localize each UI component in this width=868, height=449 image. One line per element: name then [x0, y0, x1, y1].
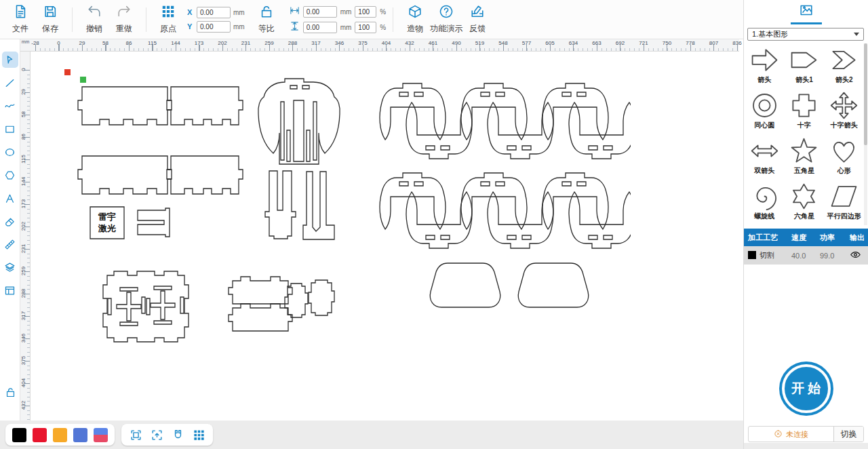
eraser-tool[interactable]	[2, 213, 18, 229]
ellipse-tool[interactable]	[2, 144, 18, 160]
height-input[interactable]	[303, 22, 337, 33]
shape-item-0[interactable]: 箭头	[745, 43, 785, 87]
artboard-tool[interactable]	[2, 282, 18, 298]
h-ruler-label: 750	[663, 40, 671, 46]
design-canvas[interactable]: 雷宇激光	[31, 52, 739, 421]
shape-label: 六角星	[794, 212, 814, 221]
eye-icon[interactable]	[850, 249, 868, 262]
width-percent-input[interactable]	[355, 6, 376, 18]
h-ruler-label: 346	[335, 40, 344, 46]
toolbar-divider	[146, 7, 146, 32]
bottom-bar	[0, 421, 743, 449]
h-ruler-label: 432	[405, 40, 414, 46]
shape-item-10[interactable]: 六角星	[785, 180, 825, 223]
col-output: 输出	[850, 233, 868, 243]
redo-icon	[117, 4, 132, 22]
y-input[interactable]	[197, 21, 231, 33]
shape-item-7[interactable]: 五角星	[785, 134, 825, 178]
top-toolbar: 文件 保存 撤销 重做 原点 X mm Y	[0, 0, 743, 39]
layers-tool[interactable]	[2, 259, 18, 275]
tab-gallery[interactable]	[744, 3, 868, 24]
measure-tool[interactable]	[2, 236, 18, 252]
feedback-button[interactable]: 反馈	[462, 2, 492, 37]
save-icon	[43, 4, 58, 22]
switch-device-button[interactable]: 切换	[833, 427, 863, 442]
width-icon	[290, 5, 300, 18]
snap-magnet-icon[interactable]	[170, 427, 185, 442]
proportional-label: 等比	[258, 23, 275, 35]
v-ruler-label: 29	[20, 87, 26, 98]
save-button[interactable]: 保存	[35, 2, 65, 37]
undo-icon	[87, 4, 102, 22]
view-tools	[121, 424, 213, 446]
shape-item-4[interactable]: 十字	[785, 89, 825, 132]
grid-icon[interactable]	[191, 427, 206, 442]
h-ruler-label: 461	[429, 40, 437, 46]
select-tool[interactable]	[2, 52, 18, 68]
x-unit: mm	[233, 9, 245, 16]
canvas-drawing: 雷宇激光	[31, 52, 739, 421]
swatch-0[interactable]	[12, 428, 26, 442]
swatch-3[interactable]	[73, 428, 87, 442]
connection-bar: 未连接 切换	[748, 426, 864, 442]
tab-underline	[791, 22, 822, 24]
shape-item-5[interactable]: 十字箭头	[824, 89, 864, 132]
shape-item-2[interactable]: 箭头2	[824, 43, 864, 87]
horizontal-ruler: -280295886115144173202231259288317346375…	[31, 39, 739, 52]
width-input[interactable]	[303, 6, 337, 18]
size-fields: mm % mm %	[290, 5, 387, 34]
proportional-lock-button[interactable]: 等比	[252, 2, 281, 37]
swatch-4[interactable]	[94, 428, 108, 442]
shape-item-6[interactable]: 双箭头	[745, 134, 785, 178]
x-input[interactable]	[197, 7, 231, 18]
col-speed: 速度	[791, 233, 820, 243]
col-power: 功率	[820, 233, 850, 243]
feature-demo-button[interactable]: 功能演示	[430, 2, 462, 37]
shape-category-select[interactable]: 1.基本图形	[747, 28, 864, 41]
h-ruler-label: 173	[195, 40, 203, 46]
h-ruler-label: 490	[452, 40, 460, 46]
origin-button[interactable]: 原点	[153, 2, 183, 37]
lock-tool[interactable]	[2, 385, 18, 402]
h-ruler-label: 231	[241, 40, 250, 46]
swatch-1[interactable]	[33, 428, 47, 442]
undo-button[interactable]: 撤销	[79, 2, 109, 37]
shape-item-9[interactable]: 螺旋线	[745, 180, 785, 223]
h-ruler-label: 577	[522, 40, 531, 46]
maker-button[interactable]: 造物	[400, 2, 430, 37]
swatch-2[interactable]	[53, 428, 67, 442]
toolbar-divider	[393, 7, 393, 32]
shape-item-3[interactable]: 同心圆	[745, 89, 785, 132]
save-label: 保存	[42, 23, 58, 35]
shape-label: 平行四边形	[827, 212, 861, 221]
rectangle-tool[interactable]	[2, 121, 18, 137]
text-tool[interactable]	[2, 190, 18, 206]
ruler-unit: mm	[20, 39, 31, 52]
process-row-cut[interactable]: 切割 40.0 99.0	[744, 246, 868, 265]
file-label: 文件	[12, 23, 28, 35]
height-percent-input[interactable]	[355, 22, 376, 33]
shape-item-1[interactable]: 箭头1	[785, 43, 825, 87]
shape-item-11[interactable]: 平行四边形	[824, 180, 864, 223]
h-ruler-label: 721	[639, 40, 648, 46]
redo-button[interactable]: 重做	[109, 2, 139, 37]
shape-item-8[interactable]: 心形	[824, 134, 864, 178]
start-button[interactable]: 开始	[782, 364, 831, 413]
redo-label: 重做	[116, 23, 132, 35]
polygon-tool[interactable]	[2, 167, 18, 183]
selection-frame-icon[interactable]	[128, 427, 143, 442]
scrollbar-thumb[interactable]	[864, 43, 867, 145]
v-ruler-label: 0	[20, 64, 26, 75]
line-tool[interactable]	[2, 75, 18, 91]
fit-view-icon[interactable]	[149, 427, 164, 442]
curve-tool[interactable]	[2, 98, 18, 114]
file-icon	[13, 4, 28, 22]
right-panel: 1.基本图形 箭头箭头1箭头2同心圆十字十字箭头双箭头五角星心形螺旋线六角星平行…	[743, 0, 868, 449]
h-ruler-label: 692	[616, 40, 625, 46]
shape-scrollbar[interactable]	[864, 43, 867, 225]
h-ruler-label: 259	[264, 40, 273, 46]
h-ruler-label: 0	[57, 40, 60, 46]
file-button[interactable]: 文件	[5, 2, 35, 37]
shape-label: 箭头2	[835, 75, 853, 85]
maker-label: 造物	[407, 23, 423, 35]
